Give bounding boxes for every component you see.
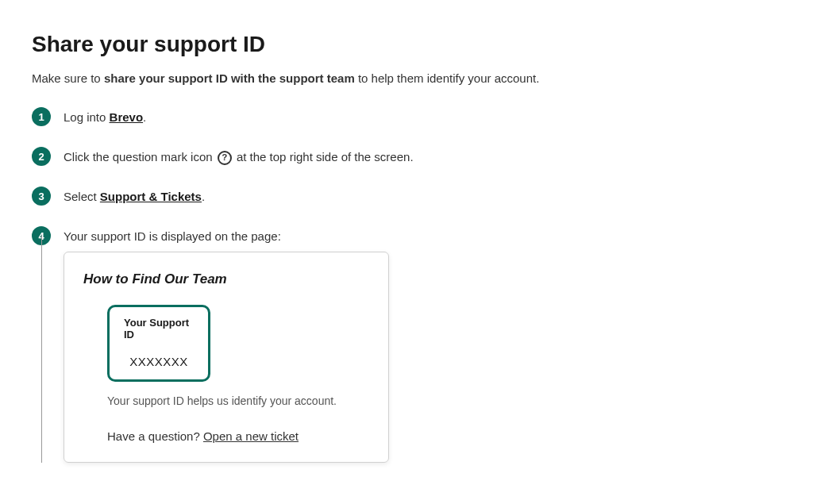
step-1-text: Log into Brevo. (64, 109, 146, 125)
step-4: 4 Your support ID is displayed on the pa… (32, 228, 781, 245)
question-mark-icon: ? (218, 151, 232, 165)
steps-list: 1 Log into Brevo. 2 Click the question m… (32, 109, 781, 463)
step-3-suffix: . (202, 190, 205, 203)
question-line: Have a question? Open a new ticket (107, 429, 369, 443)
intro-prefix: Make sure to (32, 71, 104, 85)
step-number-2: 2 (32, 147, 51, 166)
card-title: How to Find Our Team (83, 271, 369, 287)
step-2-prefix: Click the question mark icon (64, 150, 216, 164)
support-id-label: Your Support ID (124, 317, 194, 340)
step-2-text: Click the question mark icon ? at the to… (64, 148, 414, 165)
step-4-text: Your support ID is displayed on the page… (64, 228, 281, 244)
support-id-value: XXXXXXX (124, 355, 194, 368)
step-3: 3 Select Support & Tickets. (32, 188, 781, 206)
intro-suffix: to help them identify your account. (355, 71, 540, 85)
intro-bold: share your support ID with the support t… (104, 71, 355, 85)
question-prefix: Have a question? (107, 429, 203, 443)
step-1: 1 Log into Brevo. (32, 109, 781, 126)
step-3-prefix: Select (64, 190, 100, 203)
support-id-helper: Your support ID helps us identify your a… (107, 394, 369, 407)
support-tickets-link[interactable]: Support & Tickets (100, 190, 202, 203)
step-4-content: How to Find Our Team Your Support ID XXX… (32, 252, 781, 463)
step-3-text: Select Support & Tickets. (64, 188, 205, 205)
step-number-1: 1 (32, 107, 51, 126)
support-id-box: Your Support ID XXXXXXX (107, 305, 210, 382)
step-number-3: 3 (32, 187, 51, 206)
step-1-suffix: . (143, 110, 146, 124)
page-title: Share your support ID (32, 32, 781, 57)
intro-text: Make sure to share your support ID with … (32, 71, 781, 85)
support-card: How to Find Our Team Your Support ID XXX… (64, 252, 389, 463)
step-1-prefix: Log into (64, 110, 110, 124)
timeline-line (41, 236, 42, 463)
open-ticket-link[interactable]: Open a new ticket (203, 429, 299, 443)
brevo-link[interactable]: Brevo (110, 110, 144, 124)
step-2-suffix: at the top right side of the screen. (233, 150, 414, 164)
step-2: 2 Click the question mark icon ? at the … (32, 148, 781, 166)
